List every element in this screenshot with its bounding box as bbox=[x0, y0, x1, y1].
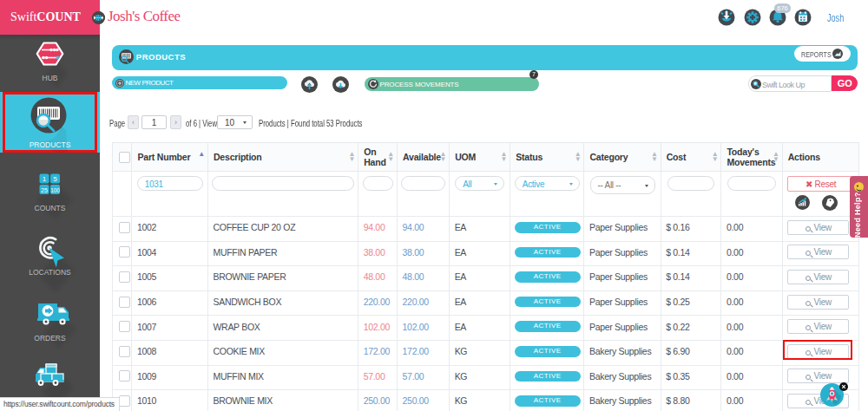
svg-text:676: 676 bbox=[777, 4, 788, 12]
